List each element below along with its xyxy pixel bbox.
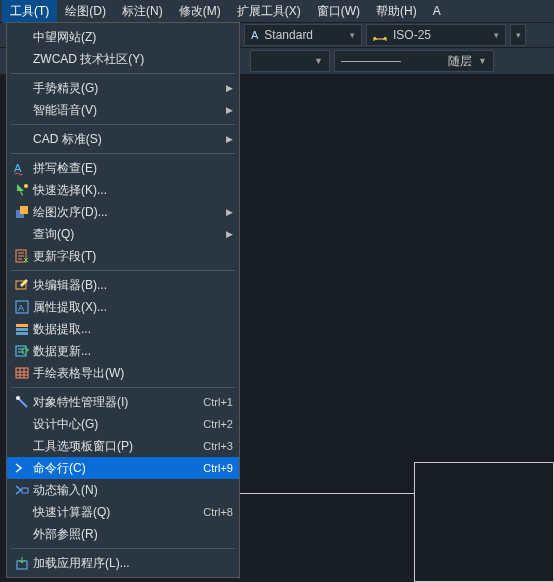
- svg-rect-11: [16, 346, 26, 356]
- menu-item[interactable]: 更新字段(T): [7, 245, 239, 267]
- chevron-down-icon: ▾: [350, 30, 355, 40]
- svg-rect-12: [16, 368, 28, 378]
- linetype-value: 随层: [448, 53, 472, 70]
- field-icon: [11, 247, 33, 265]
- blank-icon: [11, 28, 33, 46]
- blank-icon: [11, 525, 33, 543]
- menu-item[interactable]: 块编辑器(B)...: [7, 274, 239, 296]
- menu-item[interactable]: 工具选项板窗口(P)Ctrl+3: [7, 435, 239, 457]
- menu-item-label: 数据提取...: [33, 321, 233, 338]
- menu-item-label: 加载应用程序(L)...: [33, 555, 233, 572]
- appload-icon: [11, 554, 33, 572]
- svg-text:A: A: [14, 162, 22, 174]
- menu-item[interactable]: 手绘表格导出(W): [7, 362, 239, 384]
- menu-item[interactable]: 中望网站(Z): [7, 26, 239, 48]
- menu-item-label: 快速选择(K)...: [33, 182, 233, 199]
- menu-item[interactable]: 外部参照(R): [7, 523, 239, 545]
- menu-item[interactable]: 加载应用程序(L)...: [7, 552, 239, 574]
- svg-point-13: [16, 396, 20, 400]
- menu-item-label: 智能语音(V): [33, 102, 233, 119]
- menu-item-label: 数据更新...: [33, 343, 233, 360]
- menu-item-label: 工具选项板窗口(P): [33, 438, 195, 455]
- dataext-icon: [11, 320, 33, 338]
- menu-item-label: 外部参照(R): [33, 526, 233, 543]
- dim-style-selector[interactable]: ISO-25 ▾: [366, 24, 506, 46]
- menu-item[interactable]: 设计中心(G)Ctrl+2: [7, 413, 239, 435]
- table-icon: [11, 364, 33, 382]
- svg-rect-10: [16, 332, 28, 335]
- menu-item[interactable]: 手势精灵(G)▶: [7, 77, 239, 99]
- menu-item-shortcut: Ctrl+3: [203, 440, 233, 452]
- menu-item[interactable]: 命令行(C)Ctrl+9: [7, 457, 239, 479]
- qselect-icon: [11, 181, 33, 199]
- menubar: 工具(T)绘图(D)标注(N)修改(M)扩展工具(X)窗口(W)帮助(H)A: [0, 0, 554, 22]
- submenu-arrow-icon: ▶: [226, 207, 233, 217]
- menu-item[interactable]: 智能语音(V)▶: [7, 99, 239, 121]
- menubar-item[interactable]: 绘图(D): [57, 0, 114, 23]
- menu-item[interactable]: 对象特性管理器(I)Ctrl+1: [7, 391, 239, 413]
- menu-separator: [11, 270, 235, 271]
- blank-icon: [11, 130, 33, 148]
- cmdline-icon: [11, 459, 33, 477]
- menu-item-label: CAD 标准(S): [33, 131, 233, 148]
- menu-item[interactable]: 数据更新...: [7, 340, 239, 362]
- drawing-canvas[interactable]: [240, 74, 554, 582]
- text-style-selector[interactable]: A Standard ▾: [244, 24, 362, 46]
- svg-point-1: [24, 184, 28, 188]
- menu-item[interactable]: 动态输入(N): [7, 479, 239, 501]
- menu-item-label: 动态输入(N): [33, 482, 233, 499]
- menu-item[interactable]: ZWCAD 技术社区(Y): [7, 48, 239, 70]
- menubar-item[interactable]: A: [425, 1, 449, 21]
- menu-item-label: 对象特性管理器(I): [33, 394, 195, 411]
- menu-item[interactable]: A属性提取(X)...: [7, 296, 239, 318]
- menu-item-shortcut: Ctrl+1: [203, 396, 233, 408]
- svg-rect-3: [20, 206, 28, 214]
- menu-item-shortcut: Ctrl+9: [203, 462, 233, 474]
- menubar-item[interactable]: 标注(N): [114, 0, 171, 23]
- menubar-item[interactable]: 窗口(W): [309, 0, 368, 23]
- menu-separator: [11, 124, 235, 125]
- menubar-item[interactable]: 工具(T): [2, 0, 57, 23]
- menu-item[interactable]: 快速计算器(Q)Ctrl+8: [7, 501, 239, 523]
- view-box: [414, 462, 554, 582]
- color-selector[interactable]: ▼: [250, 50, 330, 72]
- menu-item[interactable]: 绘图次序(D)...▶: [7, 201, 239, 223]
- blank-icon: [11, 79, 33, 97]
- linetype-selector[interactable]: 随层 ▼: [334, 50, 494, 72]
- svg-rect-14: [22, 488, 28, 493]
- menubar-item[interactable]: 扩展工具(X): [229, 0, 309, 23]
- text-style-value: Standard: [264, 28, 313, 42]
- bedit-icon: [11, 276, 33, 294]
- menu-item-label: 绘图次序(D)...: [33, 204, 233, 221]
- svg-rect-9: [16, 328, 28, 331]
- menu-item-shortcut: Ctrl+2: [203, 418, 233, 430]
- menu-item[interactable]: CAD 标准(S)▶: [7, 128, 239, 150]
- menu-item-label: 命令行(C): [33, 460, 195, 477]
- props-icon: [11, 393, 33, 411]
- menubar-item[interactable]: 修改(M): [171, 0, 229, 23]
- blank-icon: [11, 437, 33, 455]
- svg-rect-8: [16, 324, 28, 327]
- menu-item[interactable]: 数据提取...: [7, 318, 239, 340]
- dataupd-icon: [11, 342, 33, 360]
- menu-item-label: 手绘表格导出(W): [33, 365, 233, 382]
- menu-item-label: 设计中心(G): [33, 416, 195, 433]
- attext-icon: A: [11, 298, 33, 316]
- blank-icon: [11, 225, 33, 243]
- menu-item-label: 更新字段(T): [33, 248, 233, 265]
- menu-separator: [11, 73, 235, 74]
- extra-selector[interactable]: ▾: [510, 24, 526, 46]
- menu-item-label: ZWCAD 技术社区(Y): [33, 51, 233, 68]
- menu-item[interactable]: 快速选择(K)...: [7, 179, 239, 201]
- menu-separator: [11, 548, 235, 549]
- menu-item[interactable]: 查询(Q)▶: [7, 223, 239, 245]
- menu-item[interactable]: A拼写检查(E): [7, 157, 239, 179]
- chevron-down-icon: ▼: [478, 56, 487, 66]
- submenu-arrow-icon: ▶: [226, 83, 233, 93]
- menubar-item[interactable]: 帮助(H): [368, 0, 425, 23]
- dynin-icon: [11, 481, 33, 499]
- menu-item-label: 拼写检查(E): [33, 160, 233, 177]
- blank-icon: [11, 503, 33, 521]
- svg-text:A: A: [18, 303, 24, 313]
- submenu-arrow-icon: ▶: [226, 229, 233, 239]
